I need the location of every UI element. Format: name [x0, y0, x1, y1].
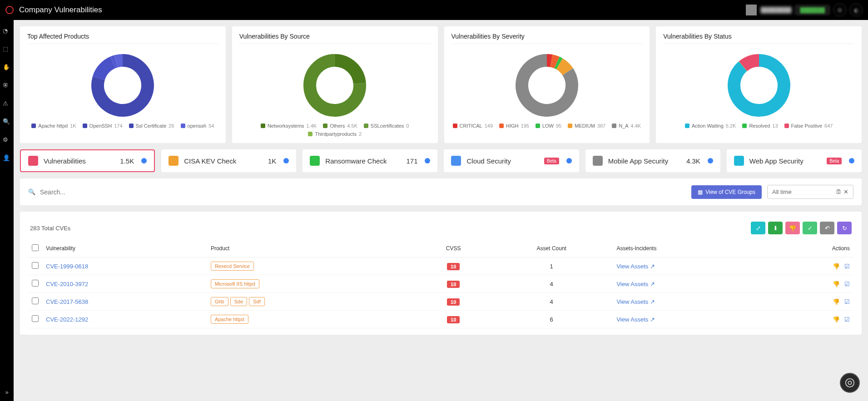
view-cve-groups-button[interactable]: ▦ View of CVE Groups: [691, 185, 762, 199]
row-checkbox[interactable]: [32, 297, 39, 304]
date-range-select[interactable]: All time 🗓 ✕: [767, 185, 853, 199]
row-approve-button[interactable]: ☑: [844, 316, 850, 323]
category-tab[interactable]: CISA KEV Check 1K: [161, 149, 296, 172]
nav-scan-icon[interactable]: ✋: [3, 64, 11, 72]
nav-dashboard-icon[interactable]: ◔: [3, 27, 11, 35]
nav-user-icon[interactable]: 👤: [3, 154, 11, 163]
col-asset-count[interactable]: Asset Count: [490, 240, 613, 257]
info-icon[interactable]: [566, 158, 572, 163]
donut-chart[interactable]: [451, 46, 643, 123]
chart-title: Vulnerabilities By Source: [239, 33, 431, 44]
legend-item[interactable]: Thirdpartyproducts2: [308, 131, 362, 137]
legend-item[interactable]: HIGH195: [499, 123, 529, 129]
donut-chart[interactable]: [663, 46, 854, 123]
cve-link[interactable]: CVE-1999-0618: [46, 263, 88, 270]
product-tag[interactable]: Sdf: [249, 297, 265, 306]
legend-item[interactable]: SSLcertificates0: [364, 123, 409, 129]
legend-item[interactable]: CRITICAL149: [453, 123, 493, 129]
category-tab[interactable]: Web App Security Beta: [727, 149, 862, 172]
col-cvss[interactable]: CVSS: [417, 240, 490, 257]
header-icon-1[interactable]: ⚙: [833, 4, 846, 16]
row-reject-button[interactable]: 👎: [833, 298, 840, 305]
view-assets-link[interactable]: View Assets ↗: [616, 281, 655, 287]
user-avatar[interactable]: [746, 5, 757, 15]
row-checkbox[interactable]: [32, 280, 39, 287]
product-tag[interactable]: Sde: [230, 297, 248, 306]
product-tag[interactable]: Rexecd Service: [211, 262, 254, 271]
nav-shield-icon[interactable]: ⛨: [3, 82, 11, 90]
cve-link[interactable]: CVE-2010-3972: [46, 281, 88, 287]
bulk-scan-button[interactable]: ⤢: [751, 222, 765, 234]
col-product[interactable]: Product: [207, 240, 417, 257]
category-tab[interactable]: Mobile App Security 4.3K: [585, 149, 720, 172]
category-tab[interactable]: Vulnerabilities 1.5K: [20, 149, 155, 172]
row-checkbox[interactable]: [32, 315, 39, 322]
info-icon[interactable]: [283, 158, 289, 163]
legend-swatch: [499, 124, 504, 128]
legend-value: 647: [824, 123, 833, 129]
info-icon[interactable]: [849, 158, 854, 163]
legend-item[interactable]: Resolved13: [742, 123, 778, 129]
product-tag[interactable]: Apache httpd: [211, 315, 248, 324]
legend-item[interactable]: Apache httpd1K: [31, 123, 76, 129]
legend-label: LOW: [542, 123, 554, 129]
header-icon-2[interactable]: ◐: [850, 4, 863, 16]
bulk-undo-button[interactable]: ↶: [820, 222, 834, 234]
table-row: CVE-2022-1292 Apache httpd 10 6 View Ass…: [28, 311, 853, 328]
legend-value: 0: [406, 123, 409, 129]
trial-badge[interactable]: ███████: [795, 5, 830, 15]
bulk-reject-button[interactable]: 👎: [785, 222, 800, 234]
donut-chart[interactable]: [27, 46, 218, 123]
row-checkbox[interactable]: [32, 262, 39, 269]
category-tab[interactable]: Cloud Security Beta: [444, 149, 579, 172]
legend-item[interactable]: False Positive647: [784, 123, 833, 129]
sidebar-expand-icon[interactable]: »: [5, 389, 8, 396]
legend-item[interactable]: OpenSSH174: [83, 123, 123, 129]
row-approve-button[interactable]: ☑: [844, 263, 850, 270]
donut-chart[interactable]: [239, 46, 431, 123]
bulk-refresh-button[interactable]: ↻: [837, 222, 852, 234]
select-all-checkbox[interactable]: [32, 244, 39, 251]
row-approve-button[interactable]: ☑: [844, 298, 850, 305]
bulk-download-button[interactable]: ⬇: [768, 222, 783, 234]
row-reject-button[interactable]: 👎: [833, 316, 840, 323]
legend-label: Ssl Certificate: [136, 123, 167, 129]
user-name[interactable]: ████████: [760, 7, 791, 13]
legend-item[interactable]: openssh54: [181, 123, 214, 129]
search-input[interactable]: [40, 188, 686, 196]
nav-alert-icon[interactable]: ⚠: [3, 100, 11, 108]
col-assets-incidents[interactable]: Assets-Incidents: [613, 240, 770, 257]
view-assets-link[interactable]: View Assets ↗: [616, 316, 655, 323]
legend-item[interactable]: Networksystems1.4K: [261, 123, 317, 129]
topbar: Company Vulnerabilities ████████ ███████…: [0, 0, 868, 20]
row-reject-button[interactable]: 👎: [833, 263, 840, 270]
cve-link[interactable]: CVE-2022-1292: [46, 316, 88, 323]
legend-item[interactable]: Ssl Certificate26: [129, 123, 174, 129]
legend-item[interactable]: N_A4.4K: [612, 123, 641, 129]
product-tag[interactable]: Ghb: [211, 297, 228, 306]
clear-date-icon[interactable]: ✕: [843, 188, 848, 195]
category-tab[interactable]: Ransomware Check 171: [303, 149, 437, 172]
legend-item[interactable]: LOW95: [536, 123, 561, 129]
legend-item[interactable]: MEDIUM387: [568, 123, 605, 129]
product-tag[interactable]: Microsoft IIS httpd: [211, 279, 259, 288]
col-vulnerability[interactable]: Vulnerability: [42, 240, 207, 257]
legend-item[interactable]: Action Waiting5.2K: [685, 123, 736, 129]
legend-swatch: [181, 124, 185, 128]
view-assets-link[interactable]: View Assets ↗: [616, 263, 655, 270]
info-icon[interactable]: [708, 158, 713, 163]
row-reject-button[interactable]: 👎: [833, 281, 840, 287]
nav-settings-icon[interactable]: ⚙: [3, 136, 11, 144]
nav-search-icon[interactable]: 🔍: [3, 118, 11, 126]
info-icon[interactable]: [425, 158, 430, 163]
help-fab-button[interactable]: [840, 373, 860, 393]
chart-legend: Apache httpd1KOpenSSH174Ssl Certificate2…: [27, 123, 218, 129]
info-icon[interactable]: [141, 158, 147, 163]
legend-item[interactable]: Others4.5K: [323, 123, 357, 129]
bulk-approve-button[interactable]: ✓: [803, 222, 817, 234]
row-approve-button[interactable]: ☑: [844, 281, 850, 287]
table-row: CVE-1999-0618 Rexecd Service 10 1 View A…: [28, 257, 853, 275]
view-assets-link[interactable]: View Assets ↗: [616, 298, 655, 305]
cve-link[interactable]: CVE-2017-5638: [46, 298, 88, 305]
nav-assets-icon[interactable]: ⬚: [3, 45, 11, 54]
